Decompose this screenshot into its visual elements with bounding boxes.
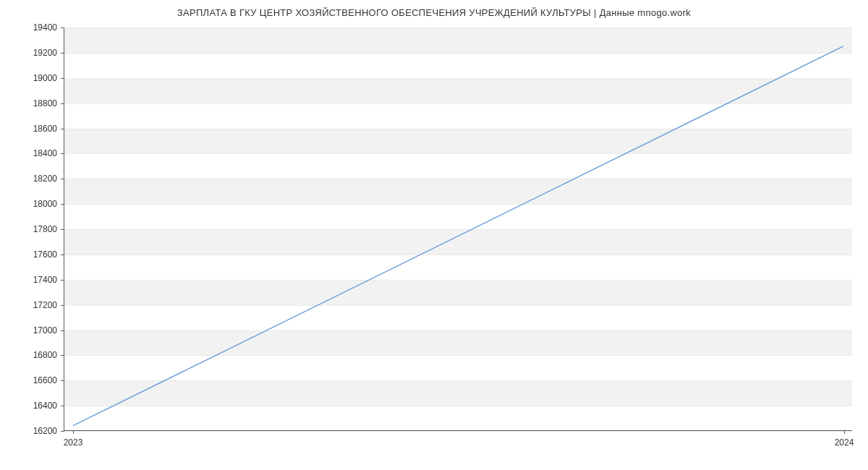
y-tick-label: 16200 <box>33 426 57 436</box>
x-tick-mark <box>844 430 845 434</box>
y-tick-mark <box>61 330 64 331</box>
y-tick-mark <box>61 380 64 381</box>
chart-title: ЗАРПЛАТА В ГКУ ЦЕНТР ХОЗЯЙСТВЕННОГО ОБЕС… <box>0 0 868 18</box>
y-tick-label: 18400 <box>33 148 57 158</box>
y-tick-mark <box>61 431 64 432</box>
grid-line <box>64 431 852 432</box>
y-tick-label: 17000 <box>33 325 57 336</box>
y-tick-mark <box>61 280 64 281</box>
y-tick-label: 16400 <box>33 401 57 411</box>
y-tick-mark <box>61 204 64 205</box>
y-tick-label: 18200 <box>33 174 57 184</box>
y-tick-label: 16800 <box>33 350 57 360</box>
y-tick-mark <box>61 179 64 179</box>
data-line <box>73 46 843 426</box>
y-tick-label: 19000 <box>33 73 57 83</box>
y-tick-label: 17400 <box>33 275 57 285</box>
y-tick-mark <box>61 27 64 28</box>
x-tick-mark <box>73 430 74 434</box>
y-tick-label: 17800 <box>33 224 57 234</box>
chart-plot-area: 1620016400166001680017000172001740017600… <box>64 27 852 431</box>
y-tick-mark <box>61 406 64 406</box>
x-tick-label: 2024 <box>835 437 854 448</box>
y-tick-mark <box>61 255 64 255</box>
y-tick-label: 18600 <box>33 124 57 134</box>
y-tick-label: 18800 <box>33 98 57 108</box>
x-tick-label: 2023 <box>64 437 83 448</box>
y-tick-label: 19400 <box>33 22 57 33</box>
y-tick-label: 17600 <box>33 249 57 260</box>
y-tick-mark <box>61 153 64 154</box>
y-tick-mark <box>61 229 64 230</box>
y-tick-mark <box>61 78 64 79</box>
chart-line-series <box>64 27 852 430</box>
y-tick-mark <box>61 355 64 356</box>
y-tick-label: 17200 <box>33 300 57 310</box>
y-tick-label: 18000 <box>33 199 57 209</box>
y-tick-label: 16600 <box>33 375 57 385</box>
y-tick-mark <box>61 129 64 129</box>
y-tick-mark <box>61 53 64 54</box>
y-tick-label: 19200 <box>33 48 57 58</box>
y-tick-mark <box>61 305 64 306</box>
y-tick-mark <box>61 103 64 104</box>
